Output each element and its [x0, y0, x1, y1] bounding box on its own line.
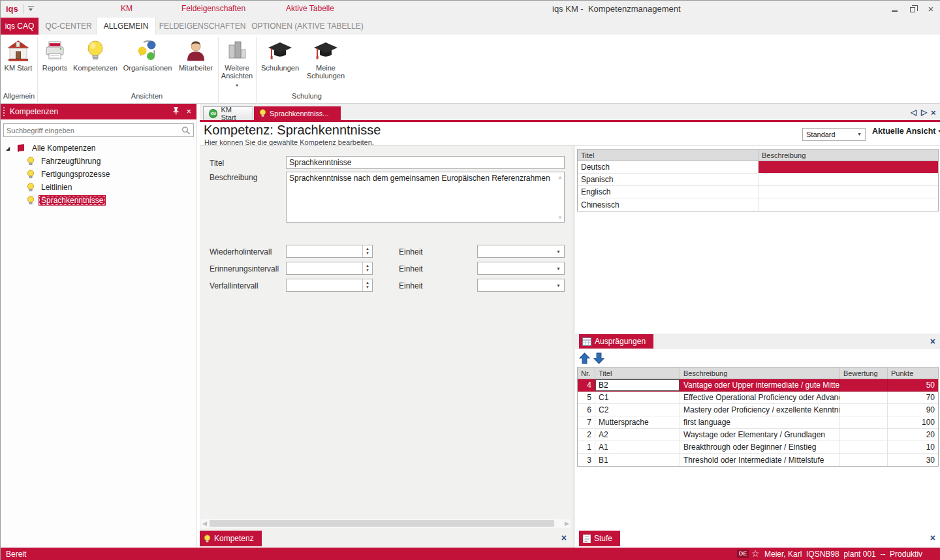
doc-tab-sprachkenntnisse[interactable]: Sprachkenntniss...	[254, 106, 341, 120]
tree-item-label[interactable]: Fertigungsprozesse	[39, 169, 112, 179]
move-up-button[interactable]	[579, 352, 590, 366]
spin-down-icon[interactable]: ▼	[366, 285, 369, 290]
aktuelle-ansicht-button[interactable]: Aktuelle Ansicht▾	[872, 127, 940, 136]
context-tab-km[interactable]: KM	[121, 4, 133, 13]
table-row[interactable]: Englisch	[578, 186, 938, 198]
column-header-punkte[interactable]: Punkte	[888, 367, 938, 379]
verfallintervall-value[interactable]	[288, 280, 360, 290]
cell-beschreibung[interactable]: Breakthrough oder Beginner / Einstieg	[680, 441, 840, 454]
tree-expander-icon[interactable]: ◢	[6, 146, 12, 151]
close-icon[interactable]: ×	[186, 106, 191, 116]
move-down-button[interactable]	[593, 352, 604, 366]
next-tab-icon[interactable]: ▷	[921, 108, 927, 117]
close-button[interactable]: ×	[924, 3, 938, 15]
tree-item-label[interactable]: Sprachkenntnisse	[39, 195, 106, 206]
scrollbar-thumb[interactable]	[210, 520, 554, 527]
cell-titel[interactable]: A2	[595, 429, 680, 441]
cell-beschreibung[interactable]	[759, 174, 938, 186]
spinner-buttons[interactable]: ▲▼	[362, 279, 372, 291]
table-row[interactable]: 6 C2 Mastery oder Proficiency / exzellen…	[578, 404, 938, 416]
cell-nr[interactable]: 4	[578, 379, 595, 392]
search-input[interactable]	[7, 125, 180, 136]
mitarbeiter-button[interactable]: Mitarbeiter	[176, 37, 216, 72]
cell-beschreibung[interactable]	[759, 186, 938, 198]
einheit-dropdown[interactable]: ▼	[477, 245, 565, 258]
cell-titel[interactable]: Englisch	[578, 186, 759, 198]
kompetenzen-button[interactable]: Kompetenzen	[72, 37, 118, 72]
column-header-beschreibung[interactable]: Beschreibung	[759, 149, 938, 161]
organisationen-button[interactable]: Organisationen	[121, 37, 174, 72]
cell-nr[interactable]: 1	[578, 441, 595, 454]
context-tab-aktive-tabelle[interactable]: Aktive Tabelle	[286, 4, 334, 13]
table-row-selected[interactable]: 4 B2 Vantage oder Upper intermediate / g…	[578, 379, 938, 392]
cell-titel[interactable]: B1	[595, 454, 680, 466]
close-icon[interactable]: ×	[561, 533, 567, 543]
cell-nr[interactable]: 5	[578, 392, 595, 404]
quick-access-dropdown-icon[interactable]	[28, 6, 34, 7]
cell-titel[interactable]: A1	[595, 441, 680, 454]
cell-bewertung[interactable]	[840, 429, 888, 441]
search-icon[interactable]	[181, 126, 191, 137]
table-header-row[interactable]: Titel Beschreibung	[578, 149, 938, 161]
tree-root-label[interactable]: Alle Kompetenzen	[29, 143, 98, 153]
de-flag-badge[interactable]: DE	[737, 550, 749, 558]
context-tab-feldeigenschaften[interactable]: Feldeigenschaften	[181, 4, 245, 13]
tab-qc-center[interactable]: QC-CENTER	[41, 18, 96, 35]
cell-titel[interactable]: C1	[595, 392, 680, 404]
table-row[interactable]: Chinesisch	[578, 198, 938, 211]
table-row[interactable]: Spanisch	[578, 174, 938, 186]
cell-nr[interactable]: 6	[578, 404, 595, 416]
spin-up-icon[interactable]: ▲	[366, 264, 369, 268]
horizontal-scrollbar[interactable]: ◀ ▶	[201, 519, 571, 528]
einheit-dropdown[interactable]: ▼	[477, 279, 565, 292]
close-icon[interactable]: ×	[930, 336, 935, 347]
cell-beschreibung-selected[interactable]	[759, 161, 938, 174]
cell-titel[interactable]: C2	[595, 404, 680, 416]
column-header-titel[interactable]: Titel	[595, 367, 680, 379]
tree-item-selected[interactable]: Sprachkenntnisse	[1, 194, 196, 207]
tree-item-label[interactable]: Leitlinien	[39, 182, 74, 193]
einheit-dropdown[interactable]: ▼	[477, 262, 565, 275]
cell-punkte[interactable]: 90	[888, 404, 938, 416]
erinnerungsintervall-input[interactable]: ▲▼	[286, 262, 373, 275]
spin-down-icon[interactable]: ▼	[366, 251, 369, 256]
pin-icon[interactable]	[172, 106, 180, 117]
tab-feldeigenschaften[interactable]: FELDEIGENSCHAFTEN	[159, 18, 246, 35]
cell-beschreibung[interactable]: Threshold oder Intermediate / Mittelstuf…	[680, 454, 840, 466]
table-row[interactable]: 3 B1 Threshold oder Intermediate / Mitte…	[578, 454, 938, 466]
meine-schulungen-button[interactable]: Meine Schulungen	[302, 37, 349, 80]
cell-punkte[interactable]: 100	[888, 416, 938, 429]
cell-beschreibung[interactable]: Effective Operational Proficiency oder A…	[680, 392, 840, 404]
tree-item[interactable]: Leitlinien	[1, 181, 196, 194]
cell-punkte[interactable]: 20	[888, 429, 938, 441]
table-row[interactable]: 7 Muttersprache first language 100	[578, 416, 938, 429]
cell-beschreibung[interactable]	[759, 198, 938, 211]
cell-titel[interactable]: Deutsch	[578, 161, 759, 174]
km-start-button[interactable]: KM Start	[3, 37, 33, 72]
cell-titel[interactable]: Spanisch	[578, 174, 759, 186]
spinner-buttons[interactable]: ▲▼	[362, 245, 372, 257]
verfallintervall-input[interactable]: ▲▼	[286, 279, 373, 292]
prev-tab-icon[interactable]: ◁	[911, 108, 916, 117]
spin-up-icon[interactable]: ▲	[366, 247, 369, 251]
cell-punkte[interactable]: 50	[888, 379, 938, 392]
doc-tab-km-start[interactable]: KM KM Start	[203, 106, 253, 120]
wiederholintervall-input[interactable]: ▲▼	[286, 245, 373, 258]
restore-button[interactable]	[905, 3, 920, 15]
column-header-beschreibung[interactable]: Beschreibung	[680, 367, 840, 379]
cell-titel[interactable]: Muttersprache	[595, 416, 680, 429]
cell-nr[interactable]: 2	[578, 429, 595, 441]
cell-beschreibung[interactable]: Mastery oder Proficiency / exzellente Ke…	[680, 404, 840, 416]
scroll-left-icon[interactable]: ◀	[202, 520, 207, 527]
cell-punkte[interactable]: 30	[888, 454, 938, 466]
kompetenz-bottom-tab[interactable]: Kompetenz	[200, 531, 262, 546]
table-row[interactable]: 5 C1 Effective Operational Proficiency o…	[578, 392, 938, 404]
cell-beschreibung[interactable]: first language	[680, 416, 840, 429]
cell-beschreibung[interactable]: Waystage oder Elementary / Grundlagen	[680, 429, 840, 441]
cell-titel-edit[interactable]: B2	[595, 379, 680, 392]
table-header-row[interactable]: Nr. Titel Beschreibung Bewertung Punkte	[578, 367, 938, 379]
cell-bewertung[interactable]	[840, 379, 888, 392]
cell-nr[interactable]: 3	[578, 454, 595, 466]
table-row[interactable]: 1 A1 Breakthrough oder Beginner / Einsti…	[578, 441, 938, 454]
tree-item[interactable]: Fertigungsprozesse	[1, 168, 196, 181]
